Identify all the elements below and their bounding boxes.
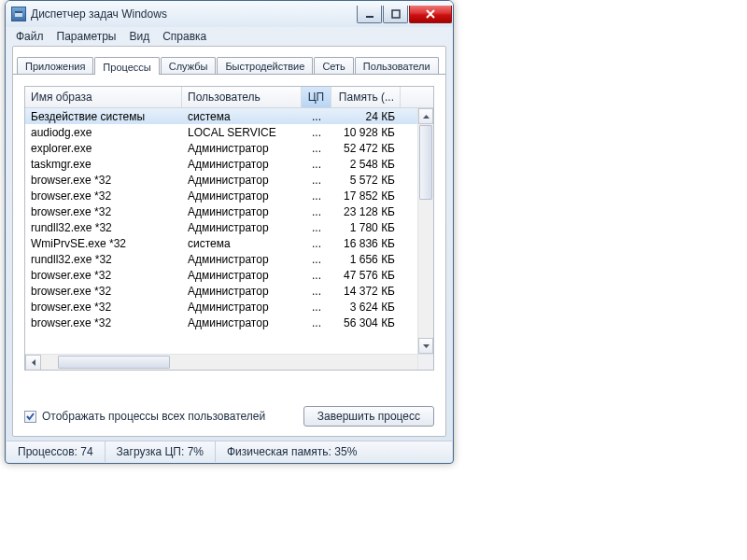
status-processes: Процессов: 74 bbox=[7, 441, 106, 462]
client-area: Приложения Процессы Службы Быстродействи… bbox=[12, 46, 446, 437]
tab-processes[interactable]: Процессы bbox=[94, 57, 159, 75]
menu-bar: Файл Параметры Вид Справка bbox=[6, 27, 453, 46]
minimize-button[interactable] bbox=[357, 6, 382, 23]
col-user[interactable]: Пользователь bbox=[182, 87, 302, 107]
tab-applications[interactable]: Приложения bbox=[17, 57, 93, 74]
tab-services[interactable]: Службы bbox=[161, 57, 217, 74]
cell-cpu: ... bbox=[302, 140, 331, 156]
status-bar: Процессов: 74 Загрузка ЦП: 7% Физическая… bbox=[7, 441, 452, 462]
cell-cpu: ... bbox=[302, 299, 331, 315]
cell-image: browser.exe *32 bbox=[25, 203, 182, 219]
col-image[interactable]: Имя образа bbox=[25, 87, 182, 107]
cell-image: browser.exe *32 bbox=[25, 315, 182, 330]
process-list[interactable]: Имя образа Пользователь ЦП Память (... Б… bbox=[24, 86, 434, 371]
cell-cpu: ... bbox=[302, 172, 331, 188]
vertical-scrollbar[interactable] bbox=[417, 108, 433, 354]
cell-user: LOCAL SERVICE bbox=[182, 124, 302, 140]
title-bar[interactable]: Диспетчер задач Windows bbox=[6, 1, 453, 27]
bottom-controls: Отображать процессы всех пользователей З… bbox=[24, 406, 434, 427]
cell-user: Администратор bbox=[182, 172, 302, 188]
table-row[interactable]: browser.exe *32Администратор...17 852 КБ bbox=[25, 188, 417, 203]
table-row[interactable]: rundll32.exe *32Администратор...1 780 КБ bbox=[25, 219, 417, 235]
maximize-button[interactable] bbox=[383, 6, 408, 23]
cell-user: Администратор bbox=[182, 267, 302, 283]
menu-file[interactable]: Файл bbox=[9, 29, 50, 44]
cell-cpu: ... bbox=[302, 267, 331, 283]
cell-user: Администратор bbox=[182, 219, 302, 235]
cell-cpu: ... bbox=[302, 156, 331, 172]
cell-user: Администратор bbox=[182, 188, 302, 203]
processes-page: Имя образа Пользователь ЦП Память (... Б… bbox=[13, 75, 445, 436]
cell-image: browser.exe *32 bbox=[25, 299, 182, 315]
cell-cpu: ... bbox=[302, 283, 331, 299]
cell-cpu: ... bbox=[302, 124, 331, 140]
table-row[interactable]: audiodg.exeLOCAL SERVICE...10 928 КБ bbox=[25, 124, 417, 140]
cell-cpu: ... bbox=[302, 235, 331, 251]
cell-memory: 56 304 КБ bbox=[331, 315, 401, 330]
menu-view[interactable]: Вид bbox=[122, 29, 156, 44]
checkbox-icon bbox=[24, 411, 36, 423]
cell-user: Администратор bbox=[182, 299, 302, 315]
cell-image: browser.exe *32 bbox=[25, 172, 182, 188]
hscroll-thumb[interactable] bbox=[58, 356, 170, 369]
cell-user: система bbox=[182, 235, 302, 251]
cell-user: Администратор bbox=[182, 251, 302, 267]
table-row[interactable]: browser.exe *32Администратор...14 372 КБ bbox=[25, 283, 417, 299]
cell-memory: 16 836 КБ bbox=[331, 235, 401, 251]
close-button[interactable] bbox=[409, 6, 452, 23]
cell-image: audiodg.exe bbox=[25, 124, 182, 140]
cell-user: система bbox=[182, 108, 302, 124]
cell-image: browser.exe *32 bbox=[25, 283, 182, 299]
app-icon bbox=[11, 7, 26, 21]
col-cpu[interactable]: ЦП bbox=[302, 87, 331, 107]
horizontal-scrollbar[interactable] bbox=[25, 354, 417, 370]
end-process-button[interactable]: Завершить процесс bbox=[303, 406, 434, 427]
cell-memory: 17 852 КБ bbox=[331, 188, 401, 203]
cell-user: Администратор bbox=[182, 203, 302, 219]
cell-user: Администратор bbox=[182, 315, 302, 330]
col-memory[interactable]: Память (... bbox=[331, 87, 401, 107]
tabs: Приложения Процессы Службы Быстродействи… bbox=[13, 52, 445, 75]
status-cpu: Загрузка ЦП: 7% bbox=[106, 441, 216, 462]
cell-image: browser.exe *32 bbox=[25, 267, 182, 283]
menu-help[interactable]: Справка bbox=[156, 29, 213, 44]
table-row[interactable]: explorer.exeАдминистратор...52 472 КБ bbox=[25, 140, 417, 156]
table-row[interactable]: browser.exe *32Администратор...23 128 КБ bbox=[25, 203, 417, 219]
cell-cpu: ... bbox=[302, 108, 331, 124]
scroll-left-icon[interactable] bbox=[25, 355, 41, 370]
table-row[interactable]: browser.exe *32Администратор...5 572 КБ bbox=[25, 172, 417, 188]
scroll-down-icon[interactable] bbox=[418, 338, 433, 354]
task-manager-window: Диспетчер задач Windows Файл Параметры В… bbox=[5, 0, 454, 464]
table-row[interactable]: browser.exe *32Администратор...47 576 КБ bbox=[25, 267, 417, 283]
table-row[interactable]: browser.exe *32Администратор...3 624 КБ bbox=[25, 299, 417, 315]
scroll-up-icon[interactable] bbox=[418, 108, 433, 124]
cell-image: Бездействие системы bbox=[25, 108, 182, 124]
cell-cpu: ... bbox=[302, 188, 331, 203]
cell-memory: 3 624 КБ bbox=[331, 299, 401, 315]
table-row[interactable]: browser.exe *32Администратор...56 304 КБ bbox=[25, 315, 417, 330]
scroll-thumb[interactable] bbox=[419, 125, 432, 200]
tab-networking[interactable]: Сеть bbox=[314, 57, 353, 74]
table-row[interactable]: Бездействие системысистема...24 КБ bbox=[25, 108, 417, 124]
cell-memory: 47 576 КБ bbox=[331, 267, 401, 283]
cell-user: Администратор bbox=[182, 283, 302, 299]
show-all-users-checkbox[interactable]: Отображать процессы всех пользователей bbox=[24, 410, 265, 423]
table-row[interactable]: taskmgr.exeАдминистратор...2 548 КБ bbox=[25, 156, 417, 172]
cell-memory: 5 572 КБ bbox=[331, 172, 401, 188]
cell-memory: 24 КБ bbox=[331, 108, 401, 124]
cell-image: explorer.exe bbox=[25, 140, 182, 156]
cell-memory: 52 472 КБ bbox=[331, 140, 401, 156]
list-header: Имя образа Пользователь ЦП Память (... bbox=[25, 87, 433, 108]
svg-rect-1 bbox=[15, 11, 22, 13]
list-body: Бездействие системысистема...24 КБaudiod… bbox=[25, 108, 433, 370]
tab-users[interactable]: Пользователи bbox=[355, 57, 439, 74]
menu-options[interactable]: Параметры bbox=[50, 29, 123, 44]
window-title: Диспетчер задач Windows bbox=[31, 7, 356, 21]
svg-rect-3 bbox=[392, 10, 400, 18]
svg-rect-2 bbox=[366, 16, 374, 18]
cell-image: rundll32.exe *32 bbox=[25, 251, 182, 267]
tab-performance[interactable]: Быстродействие bbox=[217, 57, 313, 74]
table-row[interactable]: WmiPrvSE.exe *32система...16 836 КБ bbox=[25, 235, 417, 251]
table-row[interactable]: rundll32.exe *32Администратор...1 656 КБ bbox=[25, 251, 417, 267]
status-memory: Физическая память: 35% bbox=[216, 441, 368, 462]
